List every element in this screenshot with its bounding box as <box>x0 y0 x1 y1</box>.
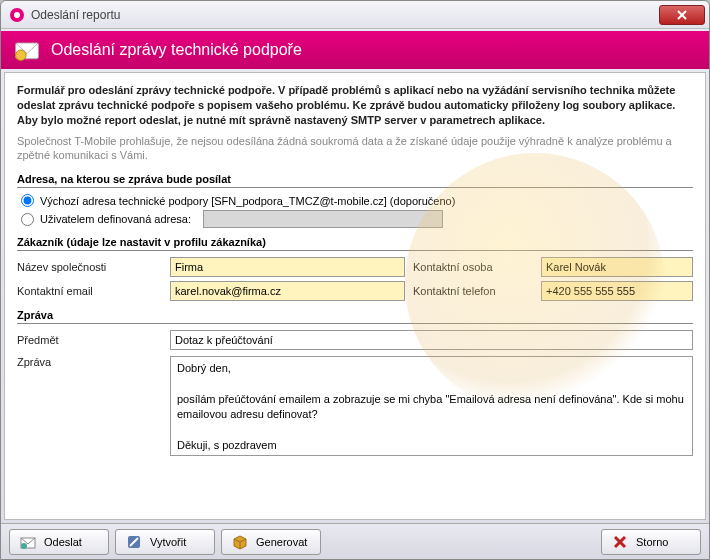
window-title: Odeslání reportu <box>31 8 659 22</box>
section-customer-heading: Zákazník (údaje lze nastavit v profilu z… <box>17 236 693 251</box>
create-button-label: Vytvořit <box>150 536 186 548</box>
email-field[interactable] <box>170 281 405 301</box>
radio-default-address[interactable]: Výchozí adresa technické podpory [SFN_po… <box>17 194 693 207</box>
close-icon <box>677 10 687 20</box>
body-label: Zpráva <box>17 356 162 456</box>
email-label: Kontaktní email <box>17 285 162 297</box>
svg-point-5 <box>16 50 27 61</box>
radio-default-label: Výchozí adresa technické podpory [SFN_po… <box>40 195 455 207</box>
app-icon <box>9 7 25 23</box>
send-button-label: Odeslat <box>44 536 82 548</box>
person-field[interactable] <box>541 257 693 277</box>
cancel-icon <box>612 534 628 550</box>
section-message-heading: Zpráva <box>17 309 693 324</box>
send-icon <box>20 534 36 550</box>
company-label: Název společnosti <box>17 261 162 273</box>
cancel-button[interactable]: Storno <box>601 529 701 555</box>
banner-title: Odeslání zprávy technické podpoře <box>51 41 302 59</box>
send-button[interactable]: Odeslat <box>9 529 109 555</box>
intro-disclaimer: Společnost T-Mobile prohlašuje, že nejso… <box>17 134 693 164</box>
content-area: Formulář pro odeslání zprávy technické p… <box>4 72 706 520</box>
person-label: Kontaktní osoba <box>413 261 533 273</box>
envelope-icon <box>13 36 41 64</box>
phone-label: Kontaktní telefon <box>413 285 533 297</box>
subject-field[interactable] <box>170 330 693 350</box>
radio-default-input[interactable] <box>21 194 34 207</box>
generate-button-label: Generovat <box>256 536 307 548</box>
phone-field[interactable] <box>541 281 693 301</box>
close-button[interactable] <box>659 5 705 25</box>
titlebar: Odeslání reportu <box>1 1 709 29</box>
body-field[interactable] <box>170 356 693 456</box>
company-field[interactable] <box>170 257 405 277</box>
radio-custom-address[interactable]: Uživatelem definovaná adresa: <box>17 210 693 228</box>
footer-toolbar: Odeslat Vytvořit Generovat Storno <box>1 523 709 559</box>
box-icon <box>232 534 248 550</box>
svg-point-7 <box>21 543 27 549</box>
intro-bold-text: Formulář pro odeslání zprávy technické p… <box>17 83 693 128</box>
create-button[interactable]: Vytvořit <box>115 529 215 555</box>
custom-address-field <box>203 210 443 228</box>
cancel-button-label: Storno <box>636 536 668 548</box>
subject-label: Předmět <box>17 334 162 346</box>
generate-button[interactable]: Generovat <box>221 529 321 555</box>
section-address-heading: Adresa, na kterou se zpráva bude posílat <box>17 173 693 188</box>
radio-custom-label: Uživatelem definovaná adresa: <box>40 213 191 225</box>
radio-custom-input[interactable] <box>21 213 34 226</box>
pencil-icon <box>126 534 142 550</box>
dialog-window: Odeslání reportu Odeslání zprávy technic… <box>0 0 710 560</box>
banner: Odeslání zprávy technické podpoře <box>1 31 709 69</box>
svg-point-1 <box>14 12 20 18</box>
